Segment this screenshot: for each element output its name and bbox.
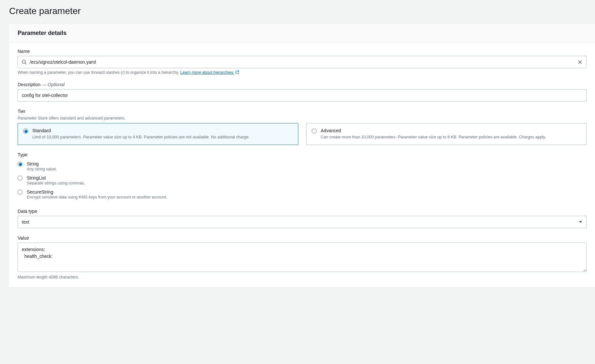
value-textarea[interactable]: [18, 243, 587, 272]
caret-down-icon: [579, 220, 583, 224]
svg-line-1: [25, 63, 26, 64]
tier-sublabel: Parameter Store offers standard and adva…: [18, 116, 587, 120]
type-option-title: SecureString: [27, 189, 587, 195]
panel-header: Parameter details: [9, 24, 595, 43]
value-field: Value Maximum length 4096 characters.: [18, 235, 587, 279]
radio-icon: [18, 162, 23, 166]
datatype-label: Data type: [18, 209, 587, 214]
name-input[interactable]: [18, 56, 587, 68]
tier-option-standard[interactable]: Standard Limit of 10,000 parameters. Par…: [18, 123, 298, 145]
panel-title: Parameter details: [18, 30, 587, 37]
tier-option-sub: Limit of 10,000 parameters. Parameter va…: [32, 134, 293, 140]
type-option-stringlist[interactable]: StringList Separate strings using commas…: [18, 173, 587, 187]
description-field: Description — Optional: [18, 82, 587, 102]
datatype-field: Data type text: [18, 209, 587, 228]
type-option-sub: Any string value.: [27, 167, 587, 171]
clear-icon[interactable]: [577, 59, 583, 65]
tier-option-title: Advanced: [321, 128, 581, 133]
svg-point-0: [22, 60, 25, 63]
radio-icon: [18, 176, 23, 181]
value-label: Value: [18, 235, 587, 241]
value-hint: Maximum length 4096 characters.: [18, 275, 587, 279]
tier-label: Tier: [18, 109, 587, 114]
type-option-title: StringList: [27, 175, 587, 181]
name-label: Name: [18, 49, 587, 54]
type-option-sub: Encrypt sensitive data using KMS keys fr…: [27, 195, 587, 199]
name-hint-text: When naming a parameter, you can use for…: [18, 70, 180, 75]
svg-line-4: [237, 71, 239, 72]
type-field: Type String Any string value. StringList…: [18, 152, 587, 201]
search-icon: [22, 59, 27, 65]
name-hint: When naming a parameter, you can use for…: [18, 70, 587, 75]
type-label: Type: [18, 152, 587, 157]
datatype-select[interactable]: text: [18, 216, 587, 228]
tier-option-title: Standard: [32, 128, 293, 133]
tier-field: Tier Parameter Store offers standard and…: [18, 109, 587, 145]
parameter-details-panel: Parameter details Name When naming a par…: [9, 24, 595, 287]
name-field: Name When naming a parameter, you can us…: [18, 49, 587, 75]
description-label: Description — Optional: [18, 82, 587, 87]
description-input[interactable]: [18, 89, 587, 102]
page-title: Create parameter: [0, 0, 595, 24]
radio-icon: [23, 129, 28, 134]
type-option-securestring[interactable]: SecureString Encrypt sensitive data usin…: [18, 187, 587, 201]
type-option-string[interactable]: String Any string value.: [18, 159, 587, 173]
external-link-icon: [235, 70, 239, 74]
type-option-sub: Separate strings using commas.: [27, 181, 587, 185]
tier-option-advanced[interactable]: Advanced Can create more than 10,000 par…: [306, 123, 587, 145]
radio-icon: [312, 129, 317, 134]
radio-icon: [18, 190, 23, 195]
optional-tag: Optional: [48, 82, 65, 87]
type-option-title: String: [27, 161, 587, 166]
learn-hierarchies-link[interactable]: Learn more about hierarchies: [180, 70, 239, 75]
tier-option-sub: Can create more than 10,000 parameters. …: [321, 134, 581, 140]
